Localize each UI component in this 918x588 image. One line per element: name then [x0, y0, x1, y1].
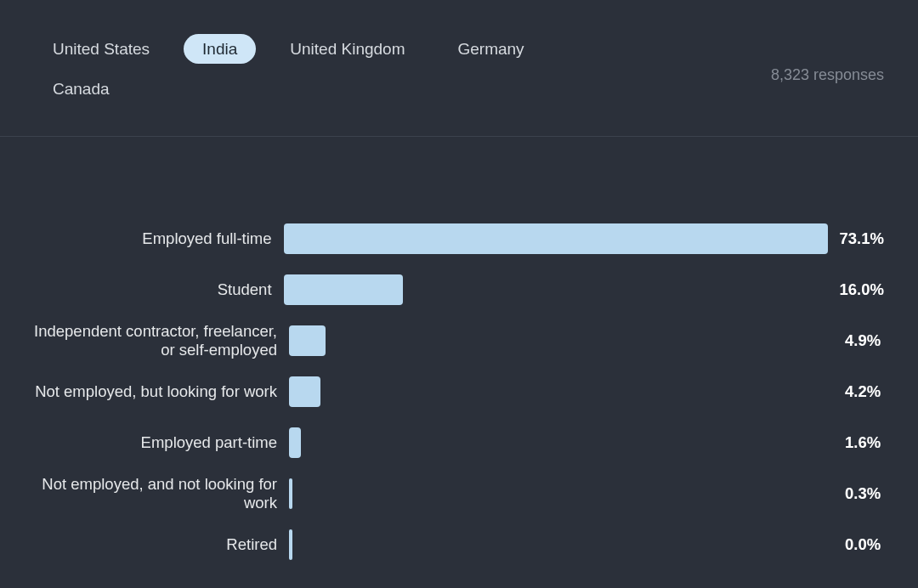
bar-row: Employed part-time 1.6%	[34, 417, 884, 468]
bar-label: Independent contractor, freelancer, or s…	[34, 322, 289, 359]
bar-label: Not employed, but looking for work	[34, 382, 289, 401]
bar-value: 0.3%	[845, 484, 881, 503]
tab-united-states[interactable]: United States	[34, 34, 168, 64]
header: United States India United Kingdom Germa…	[0, 0, 918, 104]
bar-value: 16.0%	[840, 280, 884, 299]
tab-canada[interactable]: Canada	[34, 74, 128, 104]
bar-value: 73.1%	[840, 229, 884, 248]
tab-germany[interactable]: Germany	[439, 34, 542, 64]
bar-value: 1.6%	[845, 433, 881, 452]
bar-chart: Employed full-time 73.1% Student 16.0% I…	[0, 137, 918, 570]
bar-row: Not employed, but looking for work 4.2%	[34, 366, 884, 417]
tab-india[interactable]: India	[184, 34, 256, 64]
bar-row: Employed full-time 73.1%	[34, 213, 884, 264]
bar-row: Not employed, and not looking for work 0…	[34, 468, 884, 519]
bar-fill	[289, 427, 301, 458]
bar-row: Retired 0.0%	[34, 519, 884, 570]
bar-value: 4.2%	[845, 382, 881, 401]
bar-row: Independent contractor, freelancer, or s…	[34, 315, 884, 366]
bar-fill	[284, 274, 403, 305]
bar-row: Student 16.0%	[34, 264, 884, 315]
bar-label: Retired	[34, 535, 289, 554]
bar-fill	[289, 478, 292, 509]
bar-label: Employed part-time	[34, 433, 289, 452]
bar-fill	[289, 325, 326, 356]
bar-value: 0.0%	[845, 535, 881, 554]
bar-label: Student	[34, 280, 284, 299]
response-count: 8,323 responses	[771, 66, 884, 84]
country-tabs: United States India United Kingdom Germa…	[34, 34, 629, 104]
bar-fill	[289, 529, 292, 560]
bar-fill	[289, 376, 320, 407]
tab-united-kingdom[interactable]: United Kingdom	[271, 34, 423, 64]
bar-value: 4.9%	[845, 331, 881, 350]
bar-label: Employed full-time	[34, 229, 284, 248]
bar-label: Not employed, and not looking for work	[34, 475, 289, 512]
bar-fill	[284, 223, 828, 254]
